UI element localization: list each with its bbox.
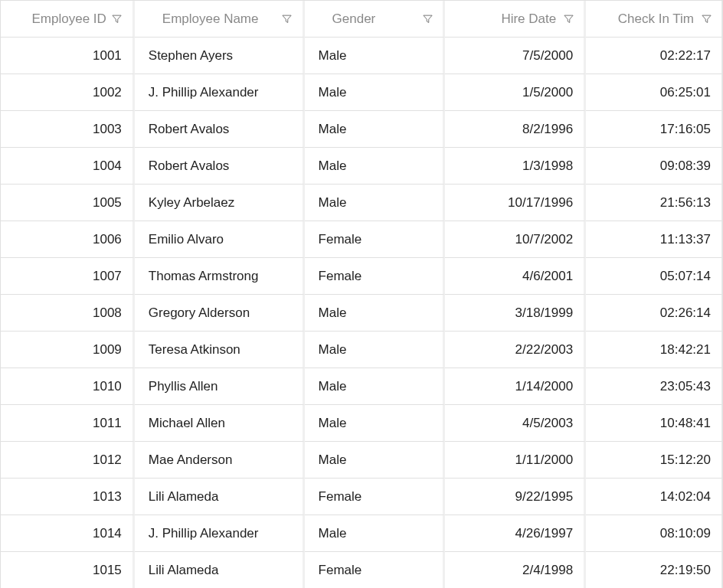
cell-id: 1007 (1, 258, 135, 295)
cell-checkin: 10:48:41 (586, 405, 722, 442)
cell-hire: 2/22/2003 (445, 332, 586, 368)
cell-checkin: 05:07:14 (586, 258, 722, 295)
filter-icon[interactable] (561, 11, 576, 27)
svg-marker-0 (113, 15, 121, 22)
cell-hire: 1/11/2000 (445, 442, 586, 479)
cell-id: 1004 (1, 148, 135, 185)
column-label: Gender (332, 11, 376, 27)
cell-gender: Female (305, 258, 446, 295)
table-row[interactable]: 1009Teresa AtkinsonMale2/22/200318:42:21 (1, 332, 722, 368)
svg-marker-1 (283, 15, 291, 22)
cell-gender: Male (305, 515, 446, 552)
column-header-hire-date[interactable]: Hire Date (445, 1, 586, 38)
table-row[interactable]: 1002J. Phillip AlexanderMale1/5/200006:2… (1, 74, 722, 111)
svg-marker-3 (564, 15, 573, 22)
cell-name: Robert Avalos (135, 111, 305, 148)
cell-hire: 4/26/1997 (445, 515, 586, 552)
cell-name: Teresa Atkinson (135, 332, 305, 368)
cell-hire: 3/18/1999 (445, 295, 586, 332)
cell-gender: Female (305, 479, 446, 515)
cell-name: Mae Anderson (135, 442, 305, 479)
cell-gender: Male (305, 332, 446, 368)
cell-checkin: 23:05:43 (586, 368, 722, 405)
data-grid: Employee ID Employee Name Gender Hire Da… (0, 0, 723, 588)
cell-id: 1012 (1, 442, 135, 479)
table-row[interactable]: 1011Michael AllenMale4/5/200310:48:41 (1, 405, 722, 442)
cell-id: 1001 (1, 38, 135, 74)
table-row[interactable]: 1014J. Phillip AlexanderMale4/26/199708:… (1, 515, 722, 552)
column-label: Hire Date (501, 11, 556, 27)
table-row[interactable]: 1003Robert AvalosMale8/2/199617:16:05 (1, 111, 722, 148)
cell-id: 1015 (1, 552, 135, 588)
cell-hire: 2/4/1998 (445, 552, 586, 588)
cell-id: 1003 (1, 111, 135, 148)
svg-marker-4 (702, 15, 710, 22)
cell-checkin: 14:02:04 (586, 479, 722, 515)
cell-checkin: 09:08:39 (586, 148, 722, 185)
cell-gender: Male (305, 185, 446, 221)
cell-name: Thomas Armstrong (135, 258, 305, 295)
cell-hire: 8/2/1996 (445, 111, 586, 148)
column-header-gender[interactable]: Gender (305, 1, 446, 38)
cell-checkin: 08:10:09 (586, 515, 722, 552)
cell-checkin: 06:25:01 (586, 74, 722, 111)
table-row[interactable]: 1010Phyllis AllenMale1/14/200023:05:43 (1, 368, 722, 405)
cell-checkin: 18:42:21 (586, 332, 722, 368)
cell-gender: Male (305, 38, 446, 74)
filter-icon[interactable] (280, 11, 295, 27)
cell-gender: Male (305, 442, 446, 479)
cell-id: 1009 (1, 332, 135, 368)
cell-id: 1011 (1, 405, 135, 442)
column-header-employee-name[interactable]: Employee Name (135, 1, 305, 38)
cell-id: 1010 (1, 368, 135, 405)
table-row[interactable]: 1007Thomas ArmstrongFemale4/6/200105:07:… (1, 258, 722, 295)
cell-checkin: 22:19:50 (586, 552, 722, 588)
cell-id: 1014 (1, 515, 135, 552)
cell-gender: Male (305, 111, 446, 148)
table-row[interactable]: 1015Lili AlamedaFemale2/4/199822:19:50 (1, 552, 722, 588)
cell-name: J. Phillip Alexander (135, 74, 305, 111)
cell-hire: 10/17/1996 (445, 185, 586, 221)
cell-checkin: 02:22:17 (586, 38, 722, 74)
table-row[interactable]: 1006Emilio AlvaroFemale10/7/200211:13:37 (1, 221, 722, 258)
cell-hire: 9/22/1995 (445, 479, 586, 515)
svg-marker-2 (424, 15, 432, 22)
cell-gender: Female (305, 552, 446, 588)
table-row[interactable]: 1004Robert AvalosMale1/3/199809:08:39 (1, 148, 722, 185)
column-header-check-in-time[interactable]: Check In Tim (586, 1, 722, 38)
filter-icon[interactable] (110, 11, 125, 27)
cell-hire: 4/6/2001 (445, 258, 586, 295)
column-label: Check In Tim (618, 11, 694, 27)
cell-name: Stephen Ayers (135, 38, 305, 74)
cell-id: 1008 (1, 295, 135, 332)
cell-checkin: 15:12:20 (586, 442, 722, 479)
table-row[interactable]: 1013Lili AlamedaFemale9/22/199514:02:04 (1, 479, 722, 515)
cell-id: 1005 (1, 185, 135, 221)
cell-name: Robert Avalos (135, 148, 305, 185)
cell-id: 1002 (1, 74, 135, 111)
cell-name: Emilio Alvaro (135, 221, 305, 258)
column-label: Employee Name (162, 11, 259, 27)
cell-name: Kyley Arbelaez (135, 185, 305, 221)
cell-checkin: 02:26:14 (586, 295, 722, 332)
table-row[interactable]: 1001Stephen AyersMale7/5/200002:22:17 (1, 38, 722, 74)
table-row[interactable]: 1008Gregory AldersonMale3/18/199902:26:1… (1, 295, 722, 332)
cell-gender: Male (305, 74, 446, 111)
cell-gender: Female (305, 221, 446, 258)
filter-icon[interactable] (698, 11, 714, 27)
filter-icon[interactable] (420, 11, 435, 27)
cell-name: Gregory Alderson (135, 295, 305, 332)
cell-hire: 1/5/2000 (445, 74, 586, 111)
cell-gender: Male (305, 405, 446, 442)
cell-checkin: 17:16:05 (586, 111, 722, 148)
table-row[interactable]: 1005Kyley ArbelaezMale10/17/199621:56:13 (1, 185, 722, 221)
cell-id: 1006 (1, 221, 135, 258)
cell-id: 1013 (1, 479, 135, 515)
column-header-employee-id[interactable]: Employee ID (1, 1, 135, 38)
cell-checkin: 21:56:13 (586, 185, 722, 221)
cell-gender: Male (305, 368, 446, 405)
cell-name: J. Phillip Alexander (135, 515, 305, 552)
cell-name: Lili Alameda (135, 552, 305, 588)
cell-gender: Male (305, 148, 446, 185)
table-row[interactable]: 1012Mae AndersonMale1/11/200015:12:20 (1, 442, 722, 479)
